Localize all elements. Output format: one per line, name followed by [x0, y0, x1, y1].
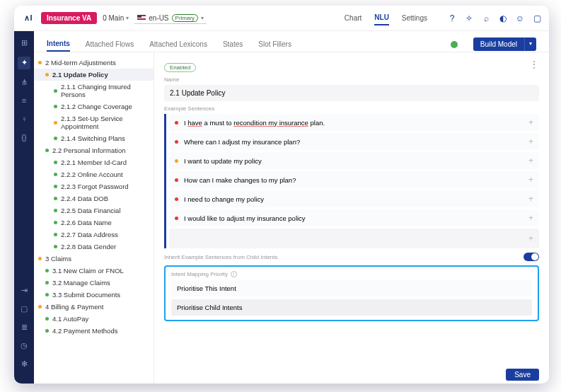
subtab-attached-lexicons[interactable]: Attached Lexicons [149, 38, 207, 51]
intent-name-field[interactable]: 2.1 Update Policy [164, 85, 539, 101]
rail-export-icon[interactable]: ⇥ [19, 286, 29, 296]
example-sentence-row[interactable]: I would like to adjust my insurance poli… [169, 209, 539, 226]
tab-settings[interactable]: Settings [402, 11, 427, 25]
status-dot-icon [45, 73, 49, 76]
example-sentence-row[interactable]: How can I make changes to my plan?+ [169, 171, 539, 188]
example-sentence-row[interactable]: I want to update my policy+ [169, 152, 539, 169]
status-dot-icon [54, 197, 57, 200]
status-dot-icon [54, 89, 57, 93]
tree-item[interactable]: 3.3 Submit Documents [34, 289, 154, 301]
status-dot-icon [38, 257, 42, 260]
tree-item[interactable]: 4 Billing & Payment [34, 301, 154, 313]
priority-option-child[interactable]: Prioritise Child Intents [171, 299, 532, 316]
tree-item[interactable]: 2.2.3 Forgot Password [34, 180, 154, 192]
sentence-list: I have a must to recondition my insuranc… [164, 114, 539, 248]
info-icon[interactable]: i [231, 271, 237, 277]
branch-selector[interactable]: 0 Main ▾ [103, 14, 129, 22]
status-dot-icon [54, 245, 57, 248]
tree-item[interactable]: 4.2 Payment Methods [34, 325, 154, 337]
rail-message-icon[interactable]: ▢ [19, 304, 29, 314]
rail-grid-icon[interactable]: ⊞ [19, 38, 29, 48]
add-icon[interactable]: + [528, 117, 533, 127]
rail-gear-icon[interactable]: ✻ [19, 359, 29, 369]
tree-item-label: 2.1 Update Policy [52, 71, 108, 79]
tree-item-label: 2.1.4 Switching Plans [61, 134, 125, 142]
kebab-icon[interactable]: ⋮ [530, 59, 539, 69]
tree-item[interactable]: 2.2.2 Online Account [34, 168, 154, 180]
project-pill[interactable]: Insurance VA [41, 12, 97, 24]
tree-item-label: 2.2.6 Data Name [61, 219, 112, 226]
name-label: Name [164, 76, 539, 83]
build-model-button[interactable]: Build Model [473, 38, 524, 51]
tree-item-label: 2.2.2 Online Account [61, 171, 123, 178]
toggle-icon[interactable]: ◐ [498, 13, 508, 23]
tree-item[interactable]: 2.2.5 Data Financial [34, 204, 154, 217]
tree-item[interactable]: 2.1.2 Change Coverage [34, 100, 154, 113]
rail-wand-icon[interactable]: ✦ [18, 57, 30, 69]
search-icon[interactable]: ⌕ [481, 13, 491, 23]
rail-db-icon[interactable]: ≣ [19, 323, 29, 333]
tree-item-label: 2.1.3 Set-Up Service Appointment [61, 115, 149, 130]
tree-item[interactable]: 2.2.8 Data Gender [34, 241, 154, 253]
tab-nlu[interactable]: NLU [374, 11, 389, 25]
tree-item[interactable]: 2.1.1 Changing Insured Persons [34, 81, 154, 100]
tree-item[interactable]: 2.2 Personal Information [34, 144, 154, 156]
inherit-toggle[interactable] [524, 253, 539, 261]
tree-item[interactable]: 2.1.4 Switching Plans [34, 132, 154, 144]
tab-chart[interactable]: Chart [345, 11, 362, 25]
example-sentence-row[interactable]: Where can I adjust my insurance plan?+ [169, 133, 539, 150]
tree-item-label: 4 Billing & Payment [45, 303, 103, 311]
status-dot-icon [54, 161, 57, 164]
tree-item[interactable]: 2.2.1 Member Id-Card [34, 156, 154, 168]
status-dot-icon [54, 137, 57, 140]
sentence-text: Where can I adjust my insurance plan? [184, 138, 300, 146]
tree-item[interactable]: 2.1 Update Policy [34, 69, 154, 81]
rail-list-icon[interactable]: ≡ [19, 96, 29, 106]
tree-item[interactable]: 2.2.6 Data Name [34, 217, 154, 229]
status-dot-icon [54, 121, 57, 125]
user-icon[interactable]: ☺ [515, 13, 525, 23]
tree-item[interactable]: 2.2.4 Data DOB [34, 192, 154, 204]
compass-icon[interactable]: ✧ [464, 13, 474, 23]
tree-item-label: 2.1.1 Changing Insured Persons [61, 83, 149, 98]
enabled-chip[interactable]: Enabled [164, 63, 196, 72]
add-icon[interactable]: + [528, 194, 533, 204]
tree-item[interactable]: 2.2.7 Data Address [34, 229, 154, 241]
example-sentence-row[interactable]: I need to change my policy+ [169, 190, 539, 207]
help-icon[interactable]: ? [447, 13, 457, 23]
locale-primary-badge: Primary [172, 14, 199, 22]
subtab-states[interactable]: States [223, 38, 243, 51]
tree-item-label: 2.2.5 Data Financial [61, 207, 121, 214]
rail-graph-icon[interactable]: ⋔ [19, 78, 29, 88]
add-icon[interactable]: + [528, 137, 533, 146]
tree-item[interactable]: 3.2 Manage Claims [34, 277, 154, 289]
add-icon[interactable]: + [528, 213, 533, 223]
status-dot-icon [45, 281, 49, 284]
chat-icon[interactable]: ▢ [532, 13, 542, 23]
rail-code-icon[interactable]: {} [19, 133, 29, 143]
example-sentences-label: Example Sentences [164, 105, 539, 112]
tree-item[interactable]: 3.1 New Claim or FNOL [34, 265, 154, 277]
tree-item[interactable]: 2.1.3 Set-Up Service Appointment [34, 113, 154, 132]
subtab-intents[interactable]: Intents [47, 37, 70, 52]
tree-item[interactable]: 4.1 AutoPay [34, 313, 154, 325]
build-model-dropdown[interactable]: ▾ [524, 38, 536, 51]
add-sentence-row[interactable]: + [169, 229, 539, 248]
subtab-attached-flows[interactable]: Attached Flows [86, 38, 134, 51]
example-sentence-row[interactable]: I have a must to recondition my insuranc… [169, 114, 539, 131]
save-button[interactable]: Save [506, 369, 539, 381]
left-rail: ⊞ ✦ ⋔ ≡ ♀ {} ⇥ ▢ ≣ ◷ ✻ [14, 31, 34, 384]
tree-item[interactable]: 2 Mid-term Adjustments [34, 57, 154, 69]
rail-idea-icon[interactable]: ♀ [19, 115, 29, 125]
tree-item[interactable]: 3 Claims [34, 253, 154, 265]
add-icon[interactable]: + [528, 175, 533, 185]
chevron-down-icon: ▾ [126, 15, 129, 21]
locale-selector[interactable]: en-US Primary ▾ [134, 13, 207, 24]
priority-option-this[interactable]: Prioritise This Intent [171, 280, 532, 296]
tree-item-label: 2.2 Personal Information [52, 146, 126, 154]
rail-clock-icon[interactable]: ◷ [19, 341, 29, 351]
subtab-slot-fillers[interactable]: Slot Fillers [258, 38, 291, 51]
add-icon[interactable]: + [528, 234, 533, 243]
sentence-text: How can I make changes to my plan? [184, 176, 296, 184]
add-icon[interactable]: + [528, 156, 533, 166]
